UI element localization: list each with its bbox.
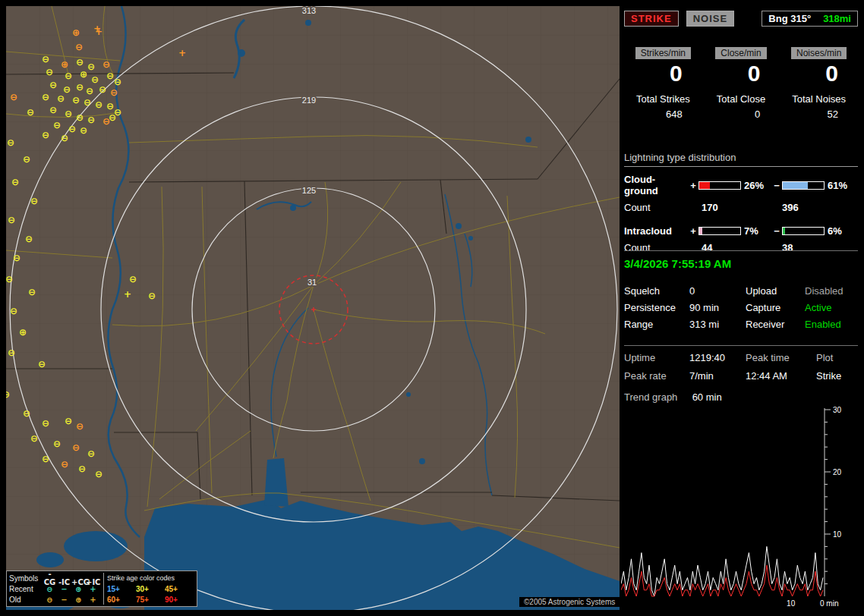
count-label: Count [624, 242, 702, 253]
old-strike-symbol-icon: + [86, 596, 100, 604]
minus-sign: − [771, 225, 782, 237]
range-ring-label: 31 [307, 278, 317, 287]
setting-label: Capture [746, 302, 805, 313]
setting-label: Persistence [624, 302, 689, 313]
distribution-row: Intracloud + 7% − 6% [624, 225, 858, 237]
uptime-value: 1219:40 [689, 352, 746, 363]
rate-column: Strikes/min 0 Total Strikes 648 [624, 47, 702, 120]
rate-per-min-value: 0 [624, 61, 702, 86]
status-panel: STRIKE NOISE Bng 315° 318mi Strikes/min … [624, 6, 858, 610]
age-code-label: 15+ [107, 585, 136, 593]
trend-graph-span: 60 min [692, 391, 722, 403]
uptime-label: Uptime [624, 352, 689, 363]
count-row: Count 44 38 [624, 242, 858, 253]
rate-label-button[interactable]: Noises/min [791, 47, 847, 59]
rate-label-button[interactable]: Close/min [715, 47, 766, 59]
lightning-map[interactable]: 31321912531 ⊕+⊖⊖⊕⊖⊖⊖⊖⊖⊕⊖⊖⊖⊖⊖⊖⊖⊖⊖⊖⊖⊖⊖⊖⊖⊖⊖… [6, 6, 620, 610]
negative-count: 38 [782, 242, 793, 253]
peak-rate-label: Peak rate [624, 370, 689, 382]
map-svg: 31321912531 [6, 6, 620, 610]
total-value: 0 [702, 108, 780, 120]
range-ring-label: 313 [302, 6, 316, 15]
plot-value: Strike [816, 370, 858, 382]
setting-value: Active [805, 302, 858, 313]
setting-value: 90 min [689, 302, 746, 313]
setting-label: Range [624, 319, 689, 330]
separator [624, 345, 858, 346]
peak-rate-value: 7/min [689, 370, 746, 382]
datetime-display: 3/4/2026 7:55:19 AM [624, 257, 731, 270]
distribution-row: Cloud-ground + 26% − 61% [624, 174, 858, 196]
separator [624, 250, 858, 251]
total-value: 648 [624, 108, 702, 120]
distribution-type-label: Cloud-ground [624, 174, 688, 196]
legend-symbols-header: Symbols [9, 574, 43, 583]
old-strike-symbol-icon: ⊖ [43, 596, 57, 604]
legend-old-symbols: ⊖−⊕+ [43, 596, 100, 604]
range-ring-label: 219 [302, 96, 316, 105]
range-ring-label: 125 [302, 186, 316, 195]
peak-time-label: Peak time [746, 352, 816, 363]
count-row: Count 170 396 [624, 202, 858, 213]
status-grid: Uptime 1219:40 Peak time Plot Peak rate … [624, 352, 858, 382]
plot-label: Plot [816, 352, 858, 363]
recent-strike-symbol-icon: ⊕ [71, 585, 86, 593]
positive-percent: 26% [744, 180, 771, 191]
rate-per-min-value: 0 [702, 61, 780, 86]
age-code-label: 90+ [165, 596, 194, 604]
count-label: Count [624, 202, 702, 213]
peak-time-value: 12:44 AM [746, 370, 816, 382]
total-value: 52 [780, 108, 858, 120]
recent-strike-symbol-icon: + [86, 585, 100, 593]
setting-value: 313 mi [689, 319, 746, 330]
negative-bar [782, 227, 825, 235]
legend-age-section: Strike age color codes 15+30+45+ 60+75+9… [103, 573, 194, 605]
axis-tick-label: 10 [787, 599, 796, 608]
distribution-title: Lightning type distribution [624, 152, 858, 167]
total-label: Total Strikes [624, 93, 702, 105]
negative-percent: 61% [828, 180, 855, 191]
age-code-label: 60+ [107, 596, 136, 604]
noise-indicator-button[interactable]: NOISE [686, 11, 734, 27]
setting-label: Upload [746, 285, 805, 297]
bearing-display: Bng 315° 318mi [762, 11, 858, 27]
age-code-label: 75+ [136, 596, 165, 604]
positive-count: 170 [702, 202, 782, 213]
negative-count: 396 [782, 202, 799, 213]
axis-tick-label: 20 [833, 468, 842, 476]
age-codes-title: Strike age color codes [107, 573, 194, 583]
rate-column: Close/min 0 Total Close 0 [702, 47, 780, 120]
rate-column: Noises/min 0 Total Noises 52 [780, 47, 858, 120]
total-label: Total Close [702, 93, 780, 105]
distribution-rows: Cloud-ground + 26% − 61% Count 170 396 I… [624, 174, 858, 253]
trend-graph: 102030100 min [621, 407, 850, 611]
legend-old-label: Old [9, 596, 43, 604]
total-label: Total Noises [780, 93, 858, 105]
rate-label-button[interactable]: Strikes/min [635, 47, 691, 59]
positive-percent: 7% [744, 225, 771, 237]
negative-bar [782, 181, 825, 190]
trend-graph-row: Trend graph 60 min [624, 391, 722, 403]
setting-value: Disabled [805, 285, 858, 297]
age-codes-recent-row: 15+30+45+ [107, 583, 194, 594]
recent-strike-symbol-icon: − [57, 585, 71, 593]
copyright-text: ©2005 Astrogenic Systems [519, 597, 620, 607]
axis-tick-label: 30 [833, 407, 842, 414]
trend-series-strikes-per-min [621, 546, 823, 596]
minus-sign: − [771, 180, 782, 191]
legend-recent-label: Recent [9, 585, 43, 593]
bearing-label: Bng 315° [768, 13, 811, 24]
old-strike-symbol-icon: ⊕ [71, 596, 86, 604]
rate-section: Strikes/min 0 Total Strikes 648 Close/mi… [624, 47, 858, 120]
age-codes-old-row: 60+75+90+ [107, 594, 194, 605]
plus-sign: + [688, 225, 698, 237]
age-code-label: 45+ [165, 585, 194, 593]
setting-value: 0 [689, 285, 746, 297]
age-code-label: 30+ [136, 585, 165, 593]
map-legend: Symbols -CG-IC+CG+IC Recent ⊖−⊕+ Old ⊖−⊕… [6, 570, 197, 607]
positive-bar [698, 181, 741, 190]
setting-label: Receiver [746, 319, 805, 330]
strike-indicator-button[interactable]: STRIKE [624, 11, 679, 27]
axis-tick-label: 0 min [820, 599, 838, 608]
negative-percent: 6% [828, 225, 855, 237]
